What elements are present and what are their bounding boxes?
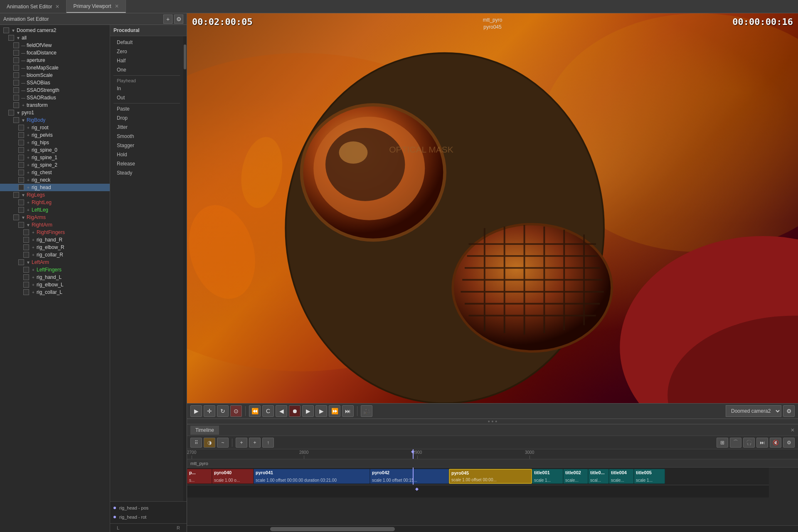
tree-item-rig-collar-l[interactable]: + rig_collar_L <box>0 288 110 296</box>
tree-checkbox[interactable] <box>18 170 24 175</box>
tree-item-rig-spine0[interactable]: + rig_spine_0 <box>0 146 110 154</box>
tl-headphones-button[interactable]: 🎧 <box>743 438 755 448</box>
proc-item-steady[interactable]: Steady <box>110 168 183 177</box>
tree-item-rightarm[interactable]: ▼ RightArm <box>0 221 110 229</box>
tree-panel[interactable]: ▼ Doomed camera2 ▼ all — fieldOfView — <box>0 25 110 532</box>
clip-title004[interactable]: title004 scale... <box>609 469 634 484</box>
tree-checkbox[interactable] <box>23 244 29 250</box>
clip-pyro040[interactable]: pyro040 scale 1.00 o... <box>212 469 254 484</box>
tree-checkbox[interactable] <box>3 27 9 33</box>
tree-checkbox[interactable] <box>13 42 19 48</box>
tree-checkbox[interactable] <box>18 162 24 168</box>
proc-item-drop[interactable]: Drop <box>110 113 183 123</box>
camera-dropdown[interactable]: Doomed camera2 <box>726 405 781 417</box>
tree-checkbox[interactable] <box>13 87 19 93</box>
proc-item-out[interactable]: Out <box>110 93 183 102</box>
procedural-list[interactable]: Default Zero Half One Playhead In Out Pa… <box>110 36 183 501</box>
tree-item-rig-spine2[interactable]: + rig_spine_2 <box>0 161 110 169</box>
timeline-tab[interactable]: Timeline <box>190 426 219 435</box>
tree-checkbox[interactable] <box>23 267 29 273</box>
tree-item-ssaoradius[interactable]: — SSAORadius <box>0 94 110 101</box>
tab-primary-viewport[interactable]: Primary Viewport ✕ <box>66 0 126 13</box>
proc-item-half[interactable]: Half <box>110 56 183 65</box>
tl-snap-button[interactable]: ⊞ <box>717 438 728 448</box>
tree-item-fieldofview[interactable]: — fieldOfView <box>0 42 110 49</box>
clip-title002[interactable]: title002 scale... <box>563 469 588 484</box>
record-button[interactable]: ⏺ <box>289 405 300 417</box>
timeline-close-button[interactable]: ✕ <box>791 427 795 433</box>
tree-item-ssaostrength[interactable]: — SSAOStrength <box>0 86 110 94</box>
tree-item-rig-hand-r[interactable]: + rig_hand_R <box>0 236 110 244</box>
tree-checkbox[interactable] <box>23 289 29 295</box>
tree-checkbox[interactable] <box>13 192 19 198</box>
tree-checkbox[interactable] <box>13 117 19 123</box>
tl-color-button[interactable]: ◑ <box>204 438 215 448</box>
settings-button[interactable]: ⚙ <box>174 15 183 24</box>
tree-checkbox[interactable] <box>13 50 19 56</box>
proc-item-release[interactable]: Release <box>110 159 183 168</box>
clip-title001[interactable]: title001 scale 1... <box>532 469 563 484</box>
tree-checkbox[interactable] <box>13 80 19 86</box>
tree-checkbox[interactable] <box>18 259 24 265</box>
tree-item-rig-head[interactable]: + rig_head <box>0 184 110 191</box>
proc-item-in[interactable]: In <box>110 84 183 93</box>
tree-checkbox[interactable] <box>13 57 19 63</box>
tree-item-focaldistance[interactable]: — focalDistance <box>0 49 110 57</box>
tree-checkbox[interactable] <box>23 252 29 258</box>
scrollbar-thumb[interactable] <box>270 527 395 531</box>
tree-checkbox[interactable] <box>18 147 24 153</box>
clip-pyro042[interactable]: pyro042 scale 1.00 offset 00:15... <box>370 469 449 484</box>
tree-item-bloomscale[interactable]: — bloomScale <box>0 71 110 79</box>
tree-item-rig-hips[interactable]: + rig_hips <box>0 139 110 146</box>
tree-item-rigarms[interactable]: ▼ RigArms <box>0 214 110 221</box>
tree-checkbox[interactable] <box>18 132 24 138</box>
proc-scroll-thumb[interactable] <box>184 44 186 69</box>
clip-title005[interactable]: title005 scale 1... <box>634 469 665 484</box>
record-mode-button[interactable]: ⊙ <box>230 405 242 417</box>
viewport-area[interactable]: OPTICAL MASK 00:02:00:05 00:00:00:16 mtt… <box>187 13 798 403</box>
clip-pyro041[interactable]: pyro041 scale 1.00 offset 00:00.00 durat… <box>254 469 370 484</box>
tree-checkbox[interactable] <box>23 229 29 235</box>
tree-item-leftfingers[interactable]: + LeftFingers <box>0 266 110 273</box>
tree-item-ssaobias[interactable]: — SSAOBias <box>0 79 110 86</box>
tree-item-camera[interactable]: ▼ Doomed camera2 <box>0 27 110 34</box>
tl-mute-button[interactable]: 🔇 <box>770 438 781 448</box>
add-button[interactable]: + <box>163 15 172 24</box>
tl-add2-button[interactable]: + <box>249 438 261 448</box>
tree-checkbox[interactable] <box>23 274 29 280</box>
tree-item-rig-hand-l[interactable]: + rig_hand_L <box>0 273 110 281</box>
tree-checkbox[interactable] <box>23 237 29 243</box>
tree-item-rightleg[interactable]: + RightLeg <box>0 199 110 206</box>
tab-close-icon[interactable]: ✕ <box>115 3 119 9</box>
clip-title003[interactable]: title0... scal... <box>588 469 609 484</box>
proc-item-zero[interactable]: Zero <box>110 47 183 56</box>
tl-add-button[interactable]: + <box>236 438 247 448</box>
tree-item-rig-pelvis[interactable]: + rig_pelvis <box>0 131 110 139</box>
proc-item-stagger[interactable]: Stagger <box>110 141 183 150</box>
tl-magnet-button[interactable]: ⌒ <box>730 438 741 448</box>
prev-key-button[interactable]: ◀ <box>276 405 287 417</box>
play-button[interactable]: ▶ <box>190 405 202 417</box>
tab-animation-set-editor[interactable]: Animation Set Editor ✕ <box>0 0 66 13</box>
loop-button[interactable]: C <box>262 405 274 417</box>
tree-item-rig-spine1[interactable]: + rig_spine_1 <box>0 154 110 161</box>
tl-skip-button[interactable]: ⏭ <box>756 438 768 448</box>
tree-checkbox[interactable] <box>18 177 24 183</box>
tree-item-pyro1[interactable]: ▼ pyro1 <box>0 109 110 116</box>
tree-item-all[interactable]: ▼ all <box>0 34 110 42</box>
rotate-tool-button[interactable]: ↻ <box>217 405 229 417</box>
tree-item-rigbody[interactable]: ▼ RigBody <box>0 116 110 124</box>
proc-item-hold[interactable]: Hold <box>110 150 183 159</box>
move-tool-button[interactable]: ✛ <box>204 405 215 417</box>
tree-checkbox[interactable] <box>18 207 24 213</box>
bottom-scrollbar[interactable] <box>187 525 798 532</box>
tree-checkbox[interactable] <box>8 110 14 116</box>
tree-item-tonemapscale[interactable]: — toneMapScale <box>0 64 110 71</box>
next-clip-button[interactable]: ⏩ <box>329 405 340 417</box>
tree-checkbox[interactable] <box>13 95 19 101</box>
tree-checkbox[interactable] <box>13 214 19 220</box>
tree-item-rig-collar-r[interactable]: + rig_collar_R <box>0 251 110 259</box>
tree-item-leftleg[interactable]: + LeftLeg <box>0 206 110 214</box>
timeline-tracks[interactable]: mtt_pyro p... s... pyro040 scale <box>187 459 798 525</box>
tree-checkbox[interactable] <box>18 222 24 228</box>
